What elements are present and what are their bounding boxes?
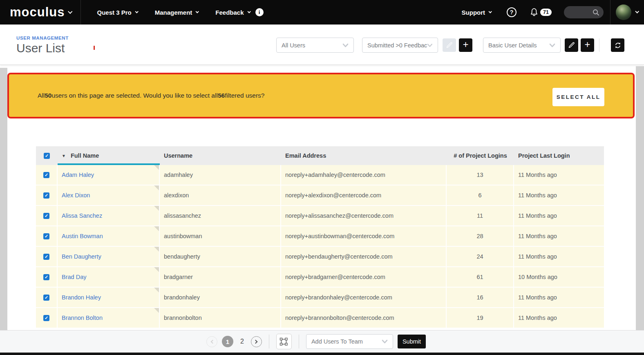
user-email: noreply+bendaugherty@centercode.com: [285, 253, 393, 260]
notifications-button[interactable]: 71: [530, 7, 552, 17]
row-checkbox[interactable]: ✓: [43, 213, 49, 219]
user-name-link[interactable]: Alex Dixon: [62, 192, 90, 199]
nav-item-quest-3-pro[interactable]: Quest 3 Pro: [88, 9, 146, 16]
submit-button[interactable]: Submit: [398, 335, 426, 348]
column-header-last-login[interactable]: Project Last Login: [514, 152, 604, 159]
user-username: adamhaley: [164, 172, 193, 178]
nav-item-management[interactable]: Management: [146, 9, 207, 16]
row-checkbox[interactable]: ✓: [43, 295, 49, 301]
user-last-login: 10 Months ago: [518, 274, 557, 280]
search-input[interactable]: [564, 6, 604, 18]
user-filter-select[interactable]: All Users: [276, 38, 354, 53]
refresh-button[interactable]: [611, 38, 624, 52]
user-name-link[interactable]: Brandon Haley: [62, 294, 101, 301]
chevron-down-icon: [549, 43, 555, 47]
cell-corner-notch: [154, 226, 159, 231]
previous-page-button[interactable]: [206, 336, 217, 347]
nav-item-support[interactable]: Support: [462, 9, 492, 16]
chevron-down-icon[interactable]: [635, 9, 639, 13]
column-label: Email Address: [285, 152, 326, 159]
user-name-link[interactable]: Brad Day: [62, 274, 86, 280]
nav-item-feedback[interactable]: Feedback: [207, 9, 258, 16]
feedback-filter-select[interactable]: Submitted >0 Feedbac: [362, 38, 438, 53]
column-label: Project Last Login: [518, 152, 570, 159]
user-username: bradgarner: [164, 274, 193, 280]
pencil-icon: [446, 42, 453, 49]
left-scroll-gutter[interactable]: [0, 68, 7, 330]
refresh-icon: [614, 42, 622, 49]
user-email: noreply+brannonbolton@centercode.com: [285, 315, 394, 321]
top-nav: moculus Quest 3 Pro Management Feedback …: [0, 0, 644, 25]
user-last-login: 11 Months ago: [518, 212, 557, 219]
add-view-button[interactable]: +: [581, 38, 594, 52]
row-checkbox[interactable]: ✓: [43, 274, 49, 280]
edit-view-button[interactable]: [565, 38, 578, 52]
plus-icon: +: [584, 40, 590, 49]
add-filter-button[interactable]: +: [459, 38, 472, 52]
chevron-down-icon: [247, 10, 250, 13]
page-button-2[interactable]: 2: [238, 338, 246, 345]
footer-divider: [269, 335, 269, 348]
user-last-login: 11 Months ago: [518, 233, 557, 239]
cell-corner-notch: [154, 165, 159, 170]
select-all-button[interactable]: SELECT ALL: [552, 88, 604, 106]
user-username: alissasanchez: [164, 212, 201, 219]
app-logo: moculus: [10, 5, 65, 20]
edit-filter-button-disabled[interactable]: [443, 38, 456, 52]
chevron-left-icon: [210, 339, 215, 344]
user-name-link[interactable]: Ben Daugherty: [62, 253, 101, 260]
row-checkbox[interactable]: ✓: [43, 192, 49, 199]
column-header-email[interactable]: Email Address: [281, 152, 447, 159]
row-checkbox[interactable]: ✓: [43, 315, 49, 321]
selection-tool-button[interactable]: [276, 334, 292, 349]
nav-divider: [610, 0, 610, 25]
plus-icon: +: [463, 40, 468, 49]
banner-text-part: filtered users?: [225, 92, 264, 99]
user-login-count: 6: [478, 192, 481, 199]
row-checkbox[interactable]: ✓: [43, 254, 49, 260]
table-row: ✓ Alissa Sanchez alissasanchez noreply+a…: [36, 206, 604, 226]
logo-menu[interactable]: moculus: [0, 5, 72, 20]
info-icon[interactable]: i: [255, 8, 264, 16]
table-row: ✓ Brad Day bradgarner noreply+bradgarner…: [36, 267, 604, 288]
user-username: bendaugherty: [164, 253, 200, 260]
user-email: noreply+brandonhaley@centercode.com: [285, 294, 392, 301]
user-last-login: 11 Months ago: [518, 294, 557, 301]
banner-text-part: users on this page are selected. Would y…: [51, 92, 217, 99]
row-checkbox[interactable]: ✓: [43, 172, 49, 178]
column-header-username[interactable]: Username: [160, 152, 281, 159]
user-login-count: 11: [477, 212, 483, 219]
user-name-link[interactable]: Austin Bowman: [62, 233, 103, 239]
view-selector[interactable]: Basic User Details: [483, 38, 561, 53]
cell-corner-notch: [154, 185, 159, 190]
page-button-current[interactable]: 1: [222, 336, 233, 347]
user-login-count: 19: [476, 315, 483, 321]
user-table: ✓ ▼ Full Name Username Email Address # o…: [36, 146, 604, 328]
chevron-down-icon: [342, 43, 349, 47]
chevron-down-icon: [68, 9, 73, 13]
help-icon[interactable]: ?: [507, 7, 517, 17]
user-name-link[interactable]: Alissa Sanchez: [62, 212, 102, 219]
user-name-link[interactable]: Adam Haley: [62, 172, 94, 178]
toolbar-divider: [599, 38, 599, 52]
table-header-row: ✓ ▼ Full Name Username Email Address # o…: [36, 146, 604, 165]
sort-descending-icon: ▼: [62, 154, 66, 158]
user-last-login: 11 Months ago: [518, 253, 557, 260]
user-avatar[interactable]: [616, 4, 631, 20]
selection-banner: All 50 users on this page are selected. …: [7, 73, 635, 118]
user-login-count: 24: [476, 253, 483, 260]
user-username: brandonhaley: [164, 294, 200, 301]
select-value: Submitted >0 Feedbac: [367, 42, 427, 49]
row-checkbox[interactable]: ✓: [43, 233, 49, 239]
right-scrollbar[interactable]: [636, 66, 644, 330]
bulk-action-select[interactable]: Add Users To Team: [306, 334, 393, 349]
bottom-bar: [0, 353, 644, 355]
search-icon: [593, 9, 599, 16]
column-header-logins[interactable]: # of Project Logins: [447, 152, 514, 159]
filtered-user-count: 56: [218, 92, 225, 99]
user-name-link[interactable]: Brannon Bolton: [62, 315, 103, 321]
nav-item-label: Management: [155, 9, 192, 16]
select-all-checkbox[interactable]: ✓: [44, 153, 50, 159]
next-page-button[interactable]: [251, 336, 262, 347]
column-header-full-name[interactable]: ▼ Full Name: [58, 152, 160, 159]
